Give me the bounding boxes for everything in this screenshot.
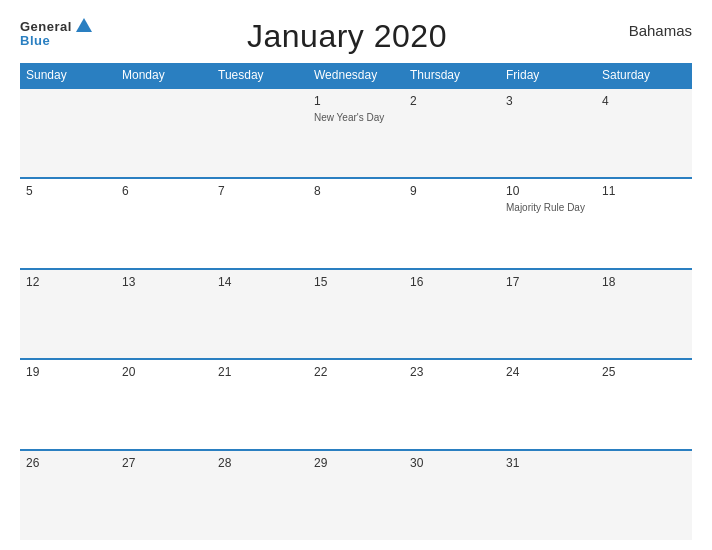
calendar-cell: 21 (212, 359, 308, 449)
logo-triangle-icon (76, 18, 92, 32)
calendar-cell: 19 (20, 359, 116, 449)
calendar-table: SundayMondayTuesdayWednesdayThursdayFrid… (20, 63, 692, 540)
calendar-week-row: 262728293031 (20, 450, 692, 540)
day-number: 13 (122, 275, 208, 289)
calendar-title: January 2020 (92, 18, 602, 55)
title-area: January 2020 (92, 18, 602, 55)
calendar-cell: 5 (20, 178, 116, 268)
holiday-name: New Year's Day (314, 111, 400, 124)
day-number: 24 (506, 365, 592, 379)
weekday-header-thursday: Thursday (404, 63, 500, 88)
calendar-cell: 24 (500, 359, 596, 449)
day-number: 3 (506, 94, 592, 108)
calendar-cell: 4 (596, 88, 692, 178)
calendar-page: General Blue January 2020 Bahamas Sunday… (0, 0, 712, 550)
calendar-cell: 20 (116, 359, 212, 449)
calendar-cell: 18 (596, 269, 692, 359)
calendar-cell: 6 (116, 178, 212, 268)
weekday-header-tuesday: Tuesday (212, 63, 308, 88)
day-number: 23 (410, 365, 496, 379)
day-number: 30 (410, 456, 496, 470)
calendar-week-row: 5678910Majority Rule Day11 (20, 178, 692, 268)
day-number: 28 (218, 456, 304, 470)
day-number: 5 (26, 184, 112, 198)
day-number: 20 (122, 365, 208, 379)
day-number: 9 (410, 184, 496, 198)
day-number: 12 (26, 275, 112, 289)
weekday-header-row: SundayMondayTuesdayWednesdayThursdayFrid… (20, 63, 692, 88)
day-number: 6 (122, 184, 208, 198)
calendar-cell: 27 (116, 450, 212, 540)
calendar-week-row: 19202122232425 (20, 359, 692, 449)
day-number: 11 (602, 184, 688, 198)
day-number: 21 (218, 365, 304, 379)
calendar-cell: 29 (308, 450, 404, 540)
calendar-cell: 10Majority Rule Day (500, 178, 596, 268)
calendar-cell: 15 (308, 269, 404, 359)
calendar-cell: 12 (20, 269, 116, 359)
weekday-header-monday: Monday (116, 63, 212, 88)
calendar-cell: 9 (404, 178, 500, 268)
calendar-week-row: 12131415161718 (20, 269, 692, 359)
header: General Blue January 2020 Bahamas (20, 18, 692, 55)
calendar-cell: 28 (212, 450, 308, 540)
calendar-cell: 30 (404, 450, 500, 540)
calendar-cell: 14 (212, 269, 308, 359)
day-number: 31 (506, 456, 592, 470)
calendar-cell: 31 (500, 450, 596, 540)
country-label: Bahamas (602, 18, 692, 39)
day-number: 19 (26, 365, 112, 379)
day-number: 18 (602, 275, 688, 289)
day-number: 16 (410, 275, 496, 289)
day-number: 29 (314, 456, 400, 470)
calendar-week-row: 1New Year's Day234 (20, 88, 692, 178)
day-number: 27 (122, 456, 208, 470)
holiday-name: Majority Rule Day (506, 201, 592, 214)
calendar-cell (116, 88, 212, 178)
calendar-cell (212, 88, 308, 178)
weekday-header-sunday: Sunday (20, 63, 116, 88)
calendar-cell: 26 (20, 450, 116, 540)
calendar-cell: 25 (596, 359, 692, 449)
calendar-cell: 1New Year's Day (308, 88, 404, 178)
day-number: 17 (506, 275, 592, 289)
calendar-cell: 22 (308, 359, 404, 449)
calendar-cell: 7 (212, 178, 308, 268)
day-number: 26 (26, 456, 112, 470)
weekday-header-wednesday: Wednesday (308, 63, 404, 88)
calendar-cell (20, 88, 116, 178)
day-number: 4 (602, 94, 688, 108)
day-number: 7 (218, 184, 304, 198)
calendar-cell: 8 (308, 178, 404, 268)
calendar-cell: 2 (404, 88, 500, 178)
day-number: 1 (314, 94, 400, 108)
logo-general-text: General (20, 20, 72, 33)
day-number: 14 (218, 275, 304, 289)
calendar-cell: 11 (596, 178, 692, 268)
weekday-header-saturday: Saturday (596, 63, 692, 88)
day-number: 2 (410, 94, 496, 108)
weekday-header-friday: Friday (500, 63, 596, 88)
day-number: 8 (314, 184, 400, 198)
logo-blue-text: Blue (20, 34, 50, 47)
calendar-cell: 13 (116, 269, 212, 359)
day-number: 10 (506, 184, 592, 198)
calendar-cell: 16 (404, 269, 500, 359)
calendar-cell: 23 (404, 359, 500, 449)
calendar-cell: 3 (500, 88, 596, 178)
calendar-cell: 17 (500, 269, 596, 359)
day-number: 15 (314, 275, 400, 289)
logo: General Blue (20, 18, 92, 47)
day-number: 22 (314, 365, 400, 379)
day-number: 25 (602, 365, 688, 379)
calendar-cell (596, 450, 692, 540)
